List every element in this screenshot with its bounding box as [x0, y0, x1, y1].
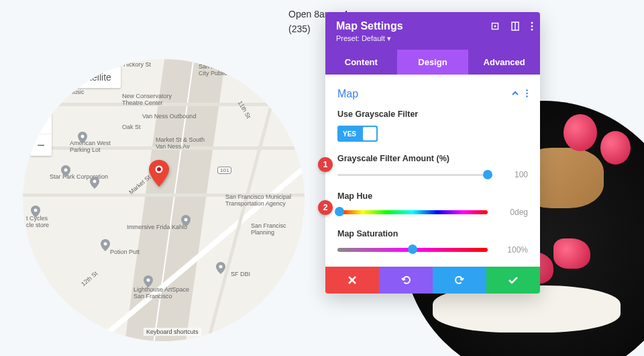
panel-tabs: Content Design Advanced [325, 50, 540, 75]
undo-icon [400, 275, 411, 285]
check-icon [508, 276, 519, 284]
panel-header: Map Settings Preset: Default ▾ [325, 12, 540, 50]
poi-pin-icon [78, 132, 87, 144]
hue-value[interactable]: 0deg [496, 208, 528, 217]
svg-point-8 [147, 279, 150, 282]
svg-point-15 [531, 22, 533, 24]
svg-point-10 [157, 167, 161, 171]
svg-point-17 [531, 29, 533, 31]
svg-point-12 [494, 26, 496, 28]
hue-label: Map Hue [337, 191, 528, 201]
redo-button[interactable] [433, 267, 486, 294]
svg-point-6 [104, 242, 107, 246]
poi-pin-icon [101, 239, 110, 251]
svg-point-1 [81, 135, 85, 138]
svg-point-20 [526, 95, 528, 97]
fullscreen-button[interactable] [273, 66, 297, 91]
map-type-control: Map Satellite [30, 66, 121, 88]
redo-icon [454, 275, 465, 285]
google-map[interactable]: Hickory St San Francisco City Public Wor… [23, 59, 305, 341]
zoom-in-button[interactable]: + [30, 113, 52, 134]
poi-pin-icon [90, 177, 99, 189]
fullscreen-icon [280, 73, 290, 84]
grayscale-amount-label: Grayscale Filter Amount (%) [337, 154, 528, 163]
undo-button[interactable] [379, 267, 433, 294]
annotation-badge-1: 1 [318, 157, 333, 172]
annotation-badge-2: 2 [318, 200, 333, 215]
slider-thumb[interactable] [335, 207, 344, 216]
svg-point-0 [68, 85, 71, 88]
cancel-button[interactable] [325, 267, 379, 294]
svg-point-5 [184, 218, 188, 222]
save-button[interactable] [486, 267, 540, 294]
tab-content[interactable]: Content [325, 50, 397, 75]
zoom-control: + − [30, 113, 52, 156]
more-icon[interactable] [531, 21, 533, 34]
svg-point-19 [526, 93, 528, 95]
poi-pin-icon [64, 81, 74, 93]
svg-point-16 [531, 26, 533, 28]
grayscale-amount-slider[interactable] [337, 174, 488, 176]
slider-thumb[interactable] [483, 170, 492, 179]
collapse-icon[interactable] [511, 88, 519, 100]
grayscale-label: Use Grayscale Filter [337, 109, 528, 119]
section-map-title[interactable]: Map [337, 88, 358, 100]
poi-pin-icon [181, 215, 191, 227]
map-marker-icon[interactable] [149, 160, 169, 189]
svg-point-4 [34, 209, 38, 212]
svg-point-7 [219, 265, 223, 269]
poi-pin-icon [61, 165, 70, 177]
expand-icon[interactable] [490, 21, 500, 34]
poi-pin-icon [216, 262, 225, 274]
svg-point-18 [526, 89, 528, 91]
close-icon [347, 275, 357, 285]
hue-slider[interactable] [337, 210, 488, 214]
map-type-satellite[interactable]: Satellite [68, 66, 121, 88]
poi-pin-icon [144, 275, 153, 287]
tab-advanced[interactable]: Advanced [468, 50, 540, 75]
section-more-icon[interactable] [526, 88, 528, 100]
slider-thumb[interactable] [408, 244, 417, 254]
docs-icon[interactable] [511, 21, 520, 34]
saturation-label: Map Saturation [337, 229, 528, 238]
map-type-map[interactable]: Map [30, 66, 68, 88]
panel-body: Map Use Grayscale Filter YES Grayscale F… [325, 75, 540, 255]
grayscale-amount-value[interactable]: 100 [496, 170, 528, 179]
map-settings-panel: Map Settings Preset: Default ▾ Content D… [325, 12, 540, 294]
svg-point-2 [64, 169, 68, 172]
svg-point-3 [93, 180, 97, 183]
tab-design[interactable]: Design [397, 50, 469, 75]
grayscale-toggle[interactable]: YES [337, 126, 378, 142]
saturation-slider[interactable] [337, 248, 488, 252]
panel-footer [325, 267, 540, 294]
zoom-out-button[interactable]: − [30, 134, 52, 156]
preset-dropdown[interactable]: Preset: Default ▾ [336, 34, 529, 43]
poi-pin-icon [31, 206, 40, 218]
saturation-value[interactable]: 100% [496, 245, 528, 255]
keyboard-shortcuts-link[interactable]: Keyboard shortcuts [144, 328, 201, 336]
